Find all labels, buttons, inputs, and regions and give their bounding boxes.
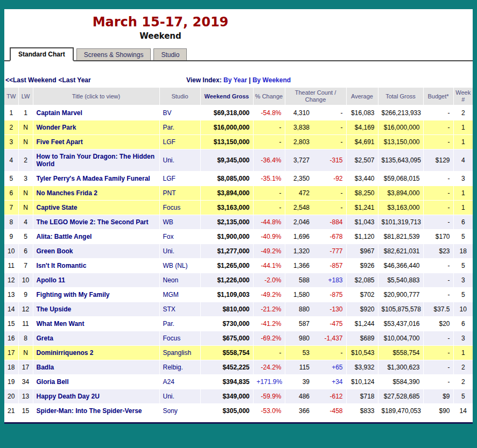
movie-title-link[interactable]: Dominirriquenos 2 xyxy=(37,349,94,357)
movie-title-link[interactable]: Happy Death Day 2U xyxy=(37,393,100,400)
column-header[interactable]: Total Gross xyxy=(378,88,423,105)
cell-weekend-gross: $1,277,000 xyxy=(200,244,253,259)
cell-theater-count: 588 xyxy=(285,273,318,288)
cell-budget: - xyxy=(423,201,453,215)
studio-link[interactable]: Par. xyxy=(163,124,174,131)
cell-theater-change-value: -875 xyxy=(329,291,342,298)
table-row: 1412The UpsideSTX$810,000-21.2%880-130$9… xyxy=(4,302,473,317)
cell-theater-change: -92 xyxy=(318,172,346,186)
cell-percent-change-value: -40.9% xyxy=(261,233,281,240)
movie-title-link[interactable]: Captain Marvel xyxy=(37,109,82,117)
table-row: 2013Happy Death Day 2UUni.$349,000-59.9%… xyxy=(4,389,473,404)
movie-title-link[interactable]: Isn't It Romantic xyxy=(37,262,87,269)
studio-link[interactable]: Sony xyxy=(163,407,178,415)
cell-percent-change: -36.4% xyxy=(253,150,285,172)
movie-title-link[interactable]: Green Book xyxy=(37,247,73,255)
cell-studio: Focus xyxy=(159,201,200,215)
cell-percent-change: -40.9% xyxy=(253,230,285,244)
cell-budget: - xyxy=(423,105,453,120)
studio-link[interactable]: Uni. xyxy=(163,393,174,400)
cell-this-week-rank: 12 xyxy=(4,273,18,288)
movie-title-link[interactable]: Badla xyxy=(37,364,54,371)
table-row: 17NDominirriquenos 2Spanglish$558,754-53… xyxy=(4,346,473,360)
by-year-link[interactable]: By Year xyxy=(223,76,247,84)
cell-theater-change: -857 xyxy=(318,259,346,273)
cell-last-week-rank: 8 xyxy=(18,331,33,346)
table-row: 1817BadlaRelbig.$452,225-24.2%115+65$3,9… xyxy=(4,360,473,375)
studio-link[interactable]: Focus xyxy=(163,204,181,211)
column-header[interactable]: Theater Count / Change xyxy=(285,88,346,105)
last-weekend-link[interactable]: <<Last Weekend xyxy=(5,76,57,84)
movie-title-link[interactable]: Wonder Park xyxy=(37,124,76,131)
studio-link[interactable]: Par. xyxy=(163,320,174,328)
studio-link[interactable]: BV xyxy=(163,109,172,117)
tab-screens-showings[interactable]: Screens & Showings xyxy=(76,48,151,60)
cell-budget: - xyxy=(423,215,453,230)
studio-link[interactable]: WB xyxy=(163,218,173,226)
cell-percent-change-value: - xyxy=(279,349,282,357)
cell-last-week-rank: 6 xyxy=(18,244,33,259)
cell-last-week-rank: 9 xyxy=(18,288,33,302)
cell-theater-change: -130 xyxy=(318,302,346,317)
column-header[interactable]: Studio xyxy=(159,88,200,105)
table-row: 53Tyler Perry's A Madea Family FuneralLG… xyxy=(4,172,473,186)
studio-link[interactable]: Uni. xyxy=(163,157,174,164)
column-header[interactable]: Week # xyxy=(453,88,473,105)
cell-percent-change: -69.2% xyxy=(253,331,285,346)
studio-link[interactable]: Uni. xyxy=(163,247,174,255)
cell-theater-change: +34 xyxy=(318,375,346,389)
cell-week-number: 1 xyxy=(453,120,473,135)
cell-total-gross: $135,643,095 xyxy=(378,150,423,172)
movie-title-link[interactable]: Apollo 11 xyxy=(37,276,65,284)
studio-link[interactable]: STX xyxy=(163,305,176,313)
tab-standard-chart[interactable]: Standard Chart xyxy=(10,47,74,61)
studio-link[interactable]: LGF xyxy=(163,138,176,146)
column-header[interactable]: LW xyxy=(18,88,33,105)
movie-title-link[interactable]: Greta xyxy=(37,335,53,342)
cell-weekend-gross: $675,000 xyxy=(200,331,253,346)
studio-link[interactable]: WB (NL) xyxy=(163,262,188,269)
movie-title-link[interactable]: Tyler Perry's A Madea Family Funeral xyxy=(37,175,150,182)
movie-title-link[interactable]: Gloria Bell xyxy=(37,378,69,386)
table-row: 1934Gloria BellA24$394,835+171.9%39+34$1… xyxy=(4,375,473,389)
studio-link[interactable]: A24 xyxy=(163,378,174,386)
table-row: 11Captain MarvelBV$69,318,000-54.8%4,310… xyxy=(4,105,473,120)
cell-budget: - xyxy=(423,120,453,135)
movie-title-link[interactable]: Captive State xyxy=(37,204,78,211)
studio-link[interactable]: LGF xyxy=(163,175,176,182)
cell-theater-count: 1,696 xyxy=(285,230,318,244)
movie-title-link[interactable]: Fighting with My Family xyxy=(37,291,110,298)
studio-link[interactable]: Spanglish xyxy=(163,349,192,357)
movie-title-link[interactable]: Five Feet Apart xyxy=(37,138,83,146)
cell-this-week-rank: 4 xyxy=(4,150,18,172)
movie-title-link[interactable]: The LEGO Movie 2: The Second Part xyxy=(37,218,149,226)
studio-link[interactable]: PNT xyxy=(163,189,176,197)
movie-title-link[interactable]: How to Train Your Dragon: The Hidden Wor… xyxy=(37,153,155,168)
movie-title-link[interactable]: What Men Want xyxy=(37,320,85,328)
cell-percent-change-value: - xyxy=(279,204,282,211)
cell-theater-count: 3,838 xyxy=(285,120,318,135)
column-header[interactable]: Average xyxy=(346,88,378,105)
studio-link[interactable]: Neon xyxy=(163,276,179,284)
studio-link[interactable]: Fox xyxy=(163,233,174,240)
cell-this-week-rank: 9 xyxy=(4,230,18,244)
studio-link[interactable]: Relbig. xyxy=(163,364,183,371)
column-header[interactable]: TW xyxy=(4,88,18,105)
by-weekend-link[interactable]: By Weekend xyxy=(252,76,291,84)
cell-studio: Neon xyxy=(159,273,200,288)
cell-theater-change: -884 xyxy=(318,215,346,230)
column-header[interactable]: Budget* xyxy=(423,88,453,105)
column-header[interactable]: Title (click to view) xyxy=(33,88,159,105)
movie-title-link[interactable]: Spider-Man: Into The Spider-Verse xyxy=(37,407,142,415)
movie-title-link[interactable]: The Upside xyxy=(37,305,72,313)
tab-studio[interactable]: Studio xyxy=(153,48,187,60)
studio-link[interactable]: Focus xyxy=(163,335,181,342)
column-header[interactable]: % Change xyxy=(253,88,285,105)
cell-title: Five Feet Apart xyxy=(33,135,159,150)
movie-title-link[interactable]: Alita: Battle Angel xyxy=(37,233,92,240)
studio-link[interactable]: MGM xyxy=(163,291,179,298)
movie-title-link[interactable]: No Manches Frida 2 xyxy=(37,189,97,197)
column-header[interactable]: Weekend Gross xyxy=(200,88,253,105)
cell-this-week-rank: 2 xyxy=(4,120,18,135)
last-year-link[interactable]: <Last Year xyxy=(59,76,91,84)
